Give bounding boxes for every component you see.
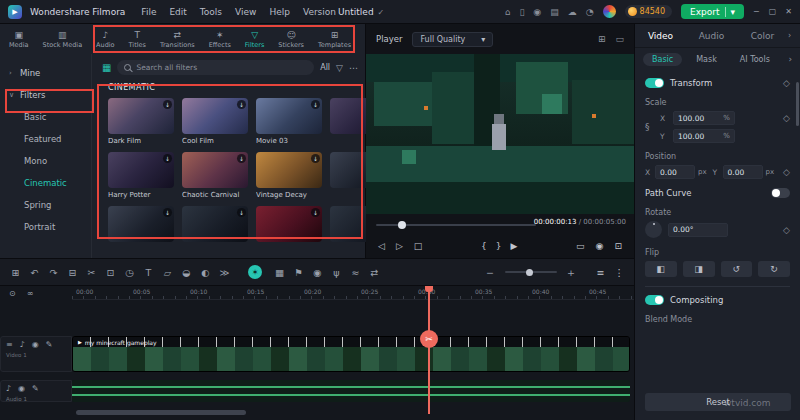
video-clip[interactable]: ▶ my minecraft gameplay — [72, 336, 630, 372]
menu-view[interactable]: View — [235, 7, 256, 17]
track-menu-icon[interactable]: ≡ — [6, 340, 13, 349]
minimize-button[interactable]: − — [753, 7, 760, 16]
seek-handle[interactable] — [398, 221, 406, 229]
time-ruler[interactable]: 00:00 00:05 00:10 00:15 00:20 00:25 00:3… — [72, 286, 634, 300]
export-button[interactable]: Export ▾ — [681, 4, 744, 19]
download-icon[interactable]: ↓ — [163, 208, 172, 217]
subtab-mask[interactable]: Mask — [687, 53, 726, 66]
filter-card[interactable]: ↓ — [182, 206, 248, 242]
snapshot-camera-icon[interactable]: ◉ — [596, 241, 604, 251]
speed-icon[interactable]: ◷ — [120, 267, 139, 278]
sidebar-item-mine[interactable]: › Mine — [0, 62, 91, 84]
subtabs-overflow-icon[interactable]: › — [788, 54, 792, 64]
download-icon[interactable]: ↓ — [311, 100, 320, 109]
download-icon[interactable]: ↓ — [237, 154, 246, 163]
my-collection-icon[interactable]: ▦ — [102, 62, 111, 73]
credits-badge[interactable]: 84540 — [625, 5, 672, 18]
zoom-out-icon[interactable]: − — [481, 267, 500, 278]
track-edit-icon[interactable]: ✎ — [46, 340, 53, 349]
zoom-slider[interactable] — [505, 271, 557, 273]
record-icon[interactable]: ◉ — [308, 267, 327, 278]
keyframe-diamond-icon[interactable]: ◇ — [783, 113, 790, 123]
subtab-basic[interactable]: Basic — [643, 53, 682, 66]
inspector-scrollbar[interactable] — [796, 82, 799, 126]
keyframe-diamond-icon[interactable]: ◇ — [783, 78, 790, 88]
flip-vertical-button[interactable]: ◨ — [683, 261, 715, 277]
filter-thumbnail[interactable]: ↓ — [108, 206, 174, 242]
timeline-options-icon[interactable]: ⋮ — [615, 267, 625, 278]
download-icon[interactable]: ↓ — [311, 208, 320, 217]
track-list-icon[interactable]: ≡ — [597, 267, 605, 278]
audio-clip[interactable] — [72, 380, 630, 402]
track-mute-icon[interactable]: ♪ — [6, 384, 11, 393]
zoom-in-icon[interactable]: + — [562, 267, 581, 278]
download-icon[interactable]: ↓ — [311, 154, 320, 163]
tab-audio-settings[interactable]: Audio — [686, 31, 737, 41]
sidebar-item-filters[interactable]: ∨ Filters — [0, 84, 91, 106]
transform-tool-icon[interactable]: ▱ — [158, 267, 177, 278]
redo-icon[interactable]: ↷ — [44, 267, 63, 278]
filter-thumbnail[interactable]: ↓ — [256, 206, 322, 242]
pip-icon[interactable]: ⇄ — [365, 267, 384, 278]
sidebar-item-portrait[interactable]: Portrait — [0, 216, 91, 238]
sidebar-item-basic[interactable]: Basic — [0, 106, 91, 128]
voiceover-icon[interactable]: ≈ — [346, 267, 365, 278]
sidebar-item-mono[interactable]: Mono — [0, 150, 91, 172]
keyframe-diamond-icon[interactable]: ◇ — [783, 167, 790, 177]
split-scissors-icon[interactable]: ✂ — [82, 267, 101, 278]
microphone-icon[interactable]: ψ — [327, 267, 346, 278]
filter-card[interactable]: ↓ — [256, 206, 322, 242]
filter-thumbnail[interactable]: ↓ — [108, 98, 174, 134]
notification-bell-icon[interactable]: ◔ — [586, 7, 594, 17]
filter-thumbnail[interactable]: ↓ — [330, 152, 366, 188]
cloud-icon[interactable]: ☁ — [568, 7, 577, 17]
link-scale-icon[interactable]: § — [645, 111, 654, 143]
tab-media[interactable]: ▣ Media — [2, 30, 36, 49]
scale-x-input[interactable]: 100.00% — [673, 111, 735, 125]
all-dropdown[interactable]: All — [320, 63, 330, 72]
menu-tools[interactable]: Tools — [200, 7, 222, 17]
ai-assistant-icon[interactable]: ✶ — [248, 265, 262, 279]
marker-icon[interactable]: ⚑ — [289, 267, 308, 278]
filter-card[interactable]: ↓ — [330, 98, 366, 134]
flip-horizontal-button[interactable]: ◧ — [645, 261, 677, 277]
tab-transitions[interactable]: ⇄ Transitions — [153, 30, 202, 49]
crop-icon[interactable]: ⊡ — [101, 267, 120, 278]
tabs-overflow-icon[interactable]: › — [788, 31, 800, 40]
mobile-icon[interactable]: ▯ — [519, 7, 524, 17]
menu-version[interactable]: Version — [303, 7, 336, 17]
tab-stock-media[interactable]: ▥ Stock Media — [36, 30, 90, 49]
track-edit-icon[interactable]: ✎ — [32, 384, 39, 393]
tab-templates[interactable]: ⊞ Templates — [311, 30, 358, 49]
sidebar-item-featured[interactable]: Featured — [0, 128, 91, 150]
undo-icon[interactable]: ↶ — [25, 267, 44, 278]
filter-card[interactable]: ↓ Harry Potter — [108, 152, 174, 199]
delete-icon[interactable]: ⊟ — [63, 267, 82, 278]
filter-card[interactable]: ↓ Dark Film — [108, 98, 174, 145]
filter-thumbnail[interactable]: ↓ — [330, 206, 366, 242]
preview-display-icon[interactable]: ▭ — [615, 34, 624, 44]
clip-library-icon[interactable]: ▦ — [270, 267, 289, 278]
rotate-dial[interactable] — [645, 221, 662, 238]
filter-thumbnail[interactable]: ↓ — [182, 206, 248, 242]
fullscreen-icon[interactable]: ⊡ — [614, 241, 622, 251]
tab-audio[interactable]: ♪ Audio — [89, 30, 121, 49]
seek-bar[interactable] — [376, 220, 536, 230]
tab-stickers[interactable]: ☺ Stickers — [271, 30, 311, 49]
snap-icon[interactable]: ⊙ — [9, 289, 16, 298]
filter-funnel-icon[interactable]: ▽ — [336, 63, 343, 73]
rotate-cw-button[interactable]: ↻ — [758, 261, 790, 277]
filter-card[interactable]: ↓ — [330, 152, 366, 188]
filter-card[interactable]: ↓ Movie 03 — [256, 98, 322, 145]
tab-effects[interactable]: ✶ Effects — [202, 30, 238, 49]
track-mute-icon[interactable]: ♪ — [20, 340, 25, 349]
video-preview[interactable] — [366, 54, 634, 214]
playhead-line[interactable] — [428, 286, 430, 414]
path-curve-toggle[interactable] — [771, 188, 790, 198]
transform-toggle[interactable] — [645, 78, 664, 88]
filter-thumbnail[interactable]: ↓ — [256, 152, 322, 188]
display-icon[interactable]: ▭ — [576, 241, 585, 251]
position-y-input[interactable]: 0.00 — [723, 165, 763, 179]
maximize-button[interactable]: ▢ — [769, 7, 777, 16]
tab-video[interactable]: Video — [635, 31, 686, 41]
